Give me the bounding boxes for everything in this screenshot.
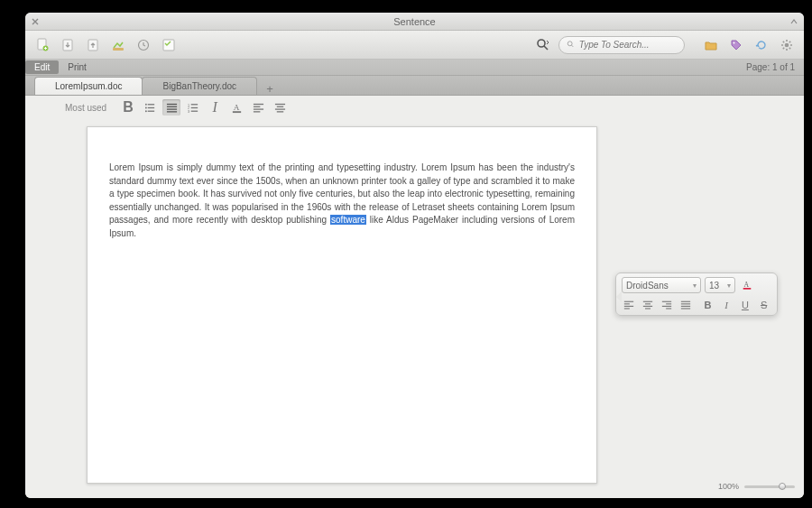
svg-rect-39	[624, 301, 633, 302]
tab-strip: LoremIpsum.doc BigBanTheory.doc +	[25, 76, 804, 96]
svg-rect-4	[113, 48, 124, 51]
svg-point-8	[567, 42, 572, 46]
svg-rect-22	[190, 104, 197, 105]
numbered-list-button[interactable]: 123	[184, 99, 202, 115]
search-input[interactable]	[579, 40, 677, 50]
svg-text:A: A	[744, 281, 750, 289]
svg-rect-20	[167, 111, 177, 112]
document-page[interactable]: Lorem Ipsum is simply dummy text of the …	[87, 126, 597, 484]
align-justify-button[interactable]	[678, 297, 693, 313]
export-button[interactable]	[108, 35, 128, 55]
svg-rect-24	[190, 106, 197, 107]
svg-rect-35	[275, 108, 285, 109]
svg-rect-17	[167, 103, 177, 104]
zoom-value: 100%	[718, 482, 739, 491]
align-center-button[interactable]	[641, 297, 656, 313]
search-field[interactable]	[558, 36, 685, 54]
svg-rect-54	[680, 308, 689, 309]
svg-rect-50	[666, 308, 671, 309]
size-value: 13	[709, 281, 719, 291]
svg-rect-34	[276, 106, 282, 106]
find-replace-button[interactable]	[533, 35, 553, 55]
svg-point-9	[734, 42, 735, 43]
zoom-slider[interactable]	[744, 485, 795, 488]
main-toolbar	[25, 31, 804, 60]
window-close-button[interactable]	[31, 17, 40, 26]
download-button[interactable]	[58, 35, 78, 55]
bold-button[interactable]: B	[700, 297, 715, 313]
document-tab[interactable]: LoremIpsum.doc	[34, 77, 143, 95]
chevron-down-icon: ▾	[727, 282, 731, 290]
ribbon-label: Most used	[65, 103, 106, 113]
svg-text:3: 3	[188, 110, 189, 114]
search-icon	[567, 40, 576, 50]
svg-point-10	[785, 42, 789, 47]
menu-bar: Edit Print Page: 1 of 1	[25, 60, 804, 76]
text-color-button[interactable]: A	[739, 277, 755, 293]
text-color-button[interactable]: A	[227, 99, 245, 115]
refresh-button[interactable]	[752, 35, 771, 55]
window-title: Sentence	[25, 16, 804, 27]
underline-button[interactable]: U	[738, 297, 753, 313]
svg-rect-42	[624, 308, 630, 309]
svg-point-13	[145, 106, 147, 108]
save-button[interactable]	[83, 35, 103, 55]
align-left-button[interactable]	[622, 297, 637, 313]
workspace: Most used B 123 I A Lorem Ipsu	[25, 96, 804, 498]
bullet-list-button[interactable]	[141, 99, 159, 115]
page-indicator: Page: 1 of 1	[746, 62, 804, 72]
font-size-combo[interactable]: 13 ▾	[705, 277, 735, 293]
svg-rect-29	[254, 103, 263, 104]
tab-label: BigBanTheory.doc	[162, 81, 236, 91]
checklist-button[interactable]	[159, 35, 179, 55]
zoom-control: 100%	[718, 482, 795, 491]
italic-button[interactable]: I	[719, 297, 734, 313]
svg-text:A: A	[233, 103, 239, 112]
tag-button[interactable]	[726, 35, 746, 55]
bold-button[interactable]: B	[119, 99, 137, 115]
align-justify-button[interactable]	[162, 99, 180, 115]
align-left-button[interactable]	[249, 99, 267, 115]
svg-rect-53	[680, 306, 689, 307]
svg-rect-30	[254, 106, 260, 106]
font-value: DroidSans	[626, 281, 669, 291]
svg-rect-6	[163, 40, 174, 51]
svg-rect-44	[645, 303, 651, 304]
svg-rect-31	[254, 108, 263, 109]
strikethrough-button[interactable]: S	[756, 297, 771, 313]
history-button[interactable]	[134, 35, 153, 55]
svg-rect-36	[276, 111, 282, 112]
tab-label: LoremIpsum.doc	[55, 81, 122, 91]
titlebar: Sentence	[25, 13, 804, 31]
svg-rect-32	[254, 111, 260, 112]
svg-rect-52	[680, 303, 689, 304]
document-body[interactable]: Lorem Ipsum is simply dummy text of the …	[109, 162, 575, 240]
new-document-button[interactable]	[32, 35, 52, 55]
svg-rect-16	[147, 110, 153, 111]
svg-rect-41	[624, 306, 633, 307]
svg-rect-46	[645, 308, 651, 309]
svg-rect-18	[167, 106, 177, 106]
menu-edit[interactable]: Edit	[25, 60, 59, 74]
folder-open-button[interactable]	[701, 35, 721, 55]
align-center-button[interactable]	[271, 99, 289, 115]
svg-point-15	[145, 110, 147, 112]
tab-add-button[interactable]: +	[262, 82, 278, 95]
italic-button[interactable]: I	[206, 99, 224, 115]
align-right-button[interactable]	[660, 297, 675, 313]
window-maximize-button[interactable]	[789, 17, 798, 26]
floating-format-toolbar: DroidSans ▾ 13 ▾ A	[615, 272, 778, 316]
svg-rect-47	[662, 301, 671, 302]
app-window: Sentence	[25, 13, 804, 498]
svg-rect-43	[643, 301, 652, 302]
svg-rect-51	[680, 301, 689, 302]
font-family-combo[interactable]: DroidSans ▾	[622, 277, 701, 293]
zoom-thumb[interactable]	[779, 483, 786, 490]
settings-button[interactable]	[777, 35, 797, 55]
svg-rect-38	[743, 288, 752, 290]
svg-rect-33	[275, 103, 285, 104]
svg-rect-45	[643, 306, 652, 307]
svg-rect-19	[167, 108, 177, 109]
document-tab[interactable]: BigBanTheory.doc	[142, 77, 257, 95]
menu-print[interactable]: Print	[59, 60, 96, 74]
